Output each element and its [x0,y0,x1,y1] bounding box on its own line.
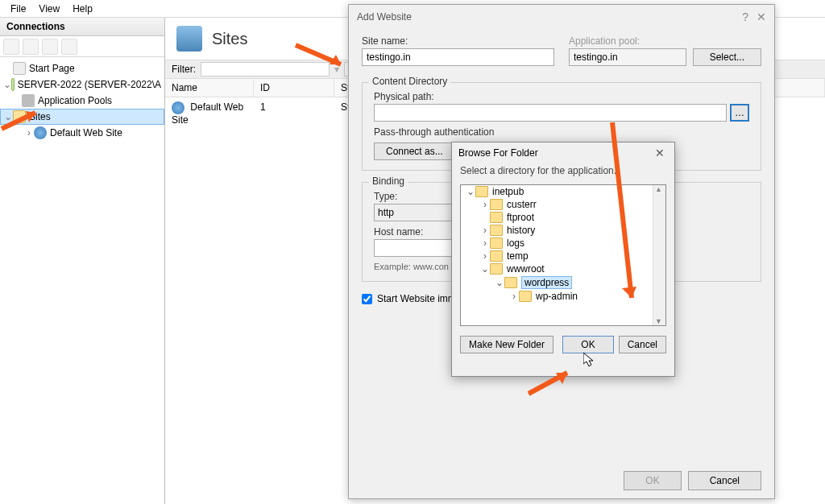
make-new-folder-button[interactable]: Make New Folder [460,336,553,353]
select-pool-button[interactable]: Select... [693,48,761,66]
connections-panel: Connections Start Page ⌄SERVER-2022 (SER… [0,18,165,504]
start-immediately-checkbox[interactable] [362,294,372,304]
site-name-label: Site name: [362,35,554,47]
folder-icon [490,238,503,249]
folder-icon [490,199,503,210]
node-inetpub[interactable]: ⌄inetpub [461,185,665,198]
server-icon [11,78,15,91]
browse-folder-dialog: Browse For Folder ✕ Select a directory f… [451,142,675,377]
sites-heading: Sites [212,30,247,48]
filter-label: Filter: [172,64,196,75]
folder-icon [504,277,517,288]
filter-input[interactable] [201,62,330,76]
connections-toolbar [0,36,164,57]
app-pool-label: Application pool: [569,35,686,47]
node-history[interactable]: ›history [461,224,665,237]
col-name[interactable]: Name [165,79,254,97]
tree-default-site[interactable]: ›Default Web Site [0,125,164,141]
toolbar-btn-4[interactable] [61,39,77,55]
menu-view[interactable]: View [32,2,66,16]
addsite-cancel-button[interactable]: Cancel [688,471,761,490]
binding-label: Binding [369,176,408,187]
folder-icon [490,225,503,236]
svg-marker-8 [583,353,593,366]
toolbar-btn-3[interactable] [42,39,58,55]
node-wwwroot[interactable]: ⌄wwwroot [461,262,665,275]
browse-instruction: Select a directory for the application. [452,163,674,181]
folder-icon [13,110,26,123]
dialog-titlebar: Add Website ? ✕ [349,5,774,29]
node-logs[interactable]: ›logs [461,237,665,250]
content-dir-label: Content Directory [369,76,450,87]
menu-file[interactable]: File [4,2,32,16]
folder-icon [519,291,532,302]
browse-close-icon[interactable]: ✕ [652,147,668,159]
site-name-input[interactable] [362,48,554,66]
col-id[interactable]: ID [254,79,334,97]
folder-icon [490,263,503,275]
toolbar-btn-2[interactable] [23,39,39,55]
pool-icon [22,94,35,107]
physical-path-input[interactable] [374,104,727,122]
connections-tree: Start Page ⌄SERVER-2022 (SERVER-2022\A A… [0,57,164,144]
passthru-label: Pass-through authentication [374,126,749,138]
toolbar-btn-1[interactable] [3,39,19,55]
physical-path-label: Physical path: [374,91,749,102]
type-select[interactable]: http [374,204,462,221]
browse-cancel-button[interactable]: Cancel [619,336,666,353]
browse-ok-button[interactable]: OK [562,336,613,353]
node-custerr[interactable]: ›custerr [461,198,665,211]
tree-app-pools[interactable]: Application Pools [0,93,164,109]
folder-icon [475,186,488,197]
addsite-ok-button[interactable]: OK [624,471,681,490]
cursor-icon [583,353,595,367]
connect-as-button[interactable]: Connect as... [374,143,455,160]
tree-start-page[interactable]: Start Page [0,60,164,76]
sites-icon [176,26,202,52]
globe-icon [172,101,184,114]
tree-sites[interactable]: ⌄Sites [0,109,164,125]
connections-title: Connections [0,18,164,36]
folder-icon [490,250,503,262]
tree-scrollbar[interactable] [653,185,665,325]
page-icon [13,62,26,75]
node-wp-admin[interactable]: ›wp-admin [461,290,665,303]
node-wordpress[interactable]: ⌄wordpress [461,275,665,290]
browse-path-button[interactable]: … [730,104,749,122]
browse-title: Browse For Folder [458,147,538,159]
node-temp[interactable]: ›temp [461,250,665,262]
dialog-title: Add Website [357,11,412,23]
app-pool-input [569,48,686,66]
folder-icon [490,212,503,223]
tree-server[interactable]: ⌄SERVER-2022 (SERVER-2022\A [0,76,164,93]
help-icon[interactable]: ? [742,10,748,23]
menu-help[interactable]: Help [66,2,99,16]
folder-tree[interactable]: ⌄inetpub ›custerr ftproot ›history ›logs… [460,184,666,326]
globe-icon [34,126,47,139]
node-ftproot[interactable]: ftproot [461,211,665,224]
close-icon[interactable]: ✕ [757,10,766,23]
